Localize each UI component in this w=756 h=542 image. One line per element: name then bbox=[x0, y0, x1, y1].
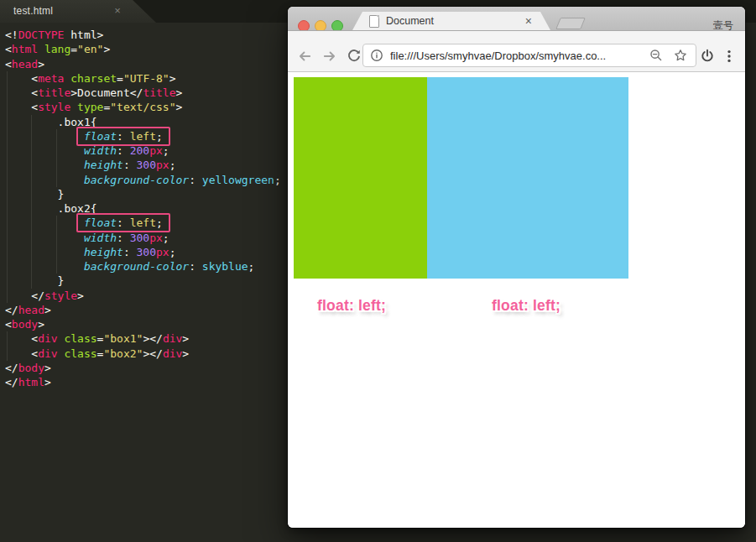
code-line: } bbox=[5, 274, 281, 288]
page-document-icon bbox=[369, 15, 379, 28]
browser-toolbar: file:///Users/smyhvae/Dropbox/smyhvae.co… bbox=[288, 30, 745, 72]
code-line: <body> bbox=[5, 317, 281, 331]
code-line: </head> bbox=[5, 303, 281, 317]
reload-icon[interactable] bbox=[347, 49, 362, 64]
code-line: <meta charset="UTF-8"> bbox=[5, 71, 281, 86]
page-viewport: float: left; float: left; bbox=[288, 72, 745, 528]
forward-icon[interactable] bbox=[322, 49, 337, 64]
menu-dots-icon[interactable] bbox=[722, 49, 737, 64]
zoom-out-icon[interactable] bbox=[649, 49, 663, 62]
code-line: height: 300px; bbox=[5, 245, 281, 259]
code-line: width: 300px; bbox=[5, 231, 281, 245]
editor-tab-title: test.html bbox=[13, 5, 53, 17]
code-line: <title>Document</title> bbox=[5, 86, 281, 100]
code-line: background-color: skyblue; bbox=[5, 259, 281, 274]
code-line: } bbox=[5, 187, 281, 201]
browser-tab-document[interactable]: Document × bbox=[352, 12, 550, 30]
code-line: </html> bbox=[5, 375, 281, 389]
back-icon[interactable] bbox=[297, 49, 312, 64]
editor-tab-testhtml[interactable]: test.html × bbox=[0, 0, 156, 23]
code-line: float: left; bbox=[5, 216, 281, 230]
annotation-float-left-1: float: left; bbox=[317, 297, 386, 315]
code-line: float: left; bbox=[5, 129, 281, 143]
power-extension-icon[interactable] bbox=[700, 49, 715, 64]
code-line: <div class="box1"></div> bbox=[5, 331, 281, 346]
new-tab-button[interactable] bbox=[555, 18, 586, 29]
code-editor[interactable]: <!DOCTYPE html><html lang="en"><head> <m… bbox=[5, 28, 281, 389]
browser-titlebar: Document × 壹号 bbox=[288, 7, 745, 30]
bookmark-star-icon[interactable] bbox=[674, 49, 687, 62]
page-info-icon[interactable] bbox=[370, 49, 383, 62]
code-line: <html lang="en"> bbox=[5, 42, 281, 56]
browser-window: Document × 壹号 file:///Users/smyhvae/Drop… bbox=[288, 7, 745, 528]
code-line: </style> bbox=[5, 289, 281, 303]
code-line: <!DOCTYPE html> bbox=[5, 28, 281, 42]
code-line: <div class="box2"></div> bbox=[5, 347, 281, 361]
code-line: </body> bbox=[5, 361, 281, 375]
annotation-float-left-2: float: left; bbox=[492, 297, 560, 315]
rendered-box2-skyblue bbox=[427, 77, 628, 279]
code-line: <head> bbox=[5, 57, 281, 71]
rendered-box1-yellowgreen bbox=[294, 77, 427, 279]
address-bar[interactable]: file:///Users/smyhvae/Dropbox/smyhvae.co… bbox=[362, 44, 696, 67]
float-left-highlight-box: float: left; bbox=[76, 213, 170, 232]
code-line: height: 300px; bbox=[5, 158, 281, 172]
code-line: <style type="text/css"> bbox=[5, 100, 281, 114]
browser-tab-close-icon[interactable]: × bbox=[525, 15, 532, 27]
browser-tab-title: Document bbox=[386, 15, 525, 27]
url-text[interactable]: file:///Users/smyhvae/Dropbox/smyhvae.co… bbox=[390, 50, 641, 62]
code-line: background-color: yellowgreen; bbox=[5, 173, 281, 187]
editor-tab-close-icon[interactable]: × bbox=[112, 4, 123, 17]
code-line: width: 200px; bbox=[5, 143, 281, 158]
